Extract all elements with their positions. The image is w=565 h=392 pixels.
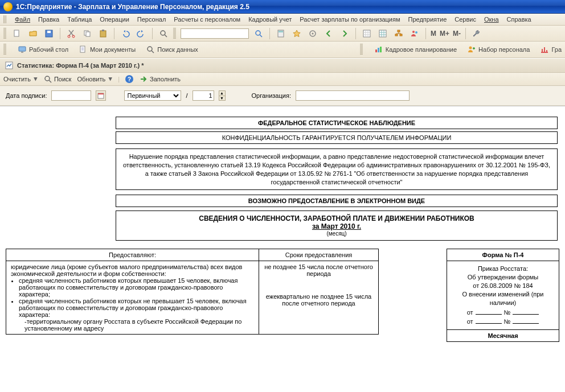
tool-button[interactable] — [306, 27, 319, 40]
provide-bullet-1: средняя численность работников которых п… — [19, 277, 254, 298]
nav-mydocs[interactable]: Мои документы — [79, 45, 136, 54]
menu-file[interactable]: Файл — [14, 15, 31, 24]
search-input[interactable] — [181, 28, 249, 39]
provide-intro: юридические лица (кроме субъектов малого… — [11, 263, 254, 277]
svg-point-20 — [412, 31, 415, 33]
nav-planning[interactable]: Кадровое планирование — [374, 45, 457, 54]
wrench-button[interactable] — [470, 27, 483, 40]
kind-select[interactable]: Первичный — [124, 90, 181, 101]
svg-rect-0 — [14, 30, 19, 36]
due-line-1: не позднее 15 числа после отчетного пери… — [264, 263, 374, 277]
grid1-button[interactable] — [361, 27, 373, 40]
paste-button[interactable] — [97, 27, 109, 40]
date-input[interactable] — [51, 90, 91, 101]
svg-point-31 — [45, 76, 50, 81]
zoom-mplus-button[interactable]: M+ — [440, 30, 449, 38]
no-label: № — [504, 317, 511, 326]
blank-line — [476, 308, 502, 315]
no-label: № — [504, 308, 511, 317]
from-label: от — [467, 308, 473, 317]
nav-search[interactable]: Поиск данных — [146, 45, 198, 54]
search-button[interactable]: Поиск — [43, 75, 71, 84]
approval-label: Об утверждении формы — [451, 273, 555, 282]
svg-rect-23 — [21, 52, 23, 53]
back-button[interactable] — [322, 27, 335, 40]
calendar-button[interactable] — [96, 90, 106, 101]
svg-rect-18 — [395, 34, 398, 36]
nav-label: Поиск данных — [157, 46, 198, 53]
cut-button[interactable] — [65, 27, 77, 40]
person-plus-icon — [467, 45, 476, 54]
menu-table[interactable]: Таблица — [66, 15, 93, 24]
clear-button[interactable]: Очистить — [3, 76, 38, 82]
main-toolbar: M M+ M- — [0, 26, 565, 42]
chevron-down-icon — [108, 77, 112, 81]
nav-chart[interactable]: Гра — [540, 45, 562, 54]
due-cell: не позднее 15 числа после отчетного пери… — [259, 261, 379, 335]
help-button[interactable]: ? — [125, 75, 133, 83]
calc-button[interactable] — [275, 27, 287, 40]
document-actionbar: Очистить Поиск Обновить | ? Заполнить — [0, 73, 565, 86]
refresh-button[interactable]: Обновить — [77, 76, 112, 82]
people-button[interactable] — [408, 27, 421, 40]
svg-rect-6 — [86, 32, 90, 36]
zoom-mminus-button[interactable]: M- — [453, 30, 461, 38]
menu-help[interactable]: Справка — [506, 15, 533, 24]
chevron-down-icon — [34, 77, 38, 81]
find-button[interactable] — [157, 27, 170, 40]
org-label: Организация: — [252, 92, 291, 99]
th-due: Сроки предоставления — [259, 249, 379, 261]
doc-period: за Март 2010 г. — [122, 222, 551, 230]
number-input[interactable] — [193, 90, 214, 101]
menu-personnel[interactable]: Персонал — [136, 15, 167, 24]
svg-rect-16 — [379, 30, 386, 37]
grid2-button[interactable] — [376, 27, 389, 40]
spin-up-icon[interactable]: ▲ — [219, 91, 225, 96]
document-body: ФЕДЕРАЛЬНОЕ СТАТИСТИЧЕСКОЕ НАБЛЮДЕНИЕ КО… — [0, 106, 565, 392]
menu-payroll[interactable]: Расчет зарплаты по организациям — [298, 15, 401, 24]
zoom-m-button[interactable]: M — [431, 30, 436, 38]
menu-hr[interactable]: Кадровый учет — [247, 15, 293, 24]
doc-box-electronic: ВОЗМОЖНО ПРЕДОСТАВЛЕНИЕ В ЭЛЕКТРОННОМ ВИ… — [116, 195, 558, 207]
menu-calc[interactable]: Расчеты с персоналом — [173, 15, 241, 24]
fill-button[interactable]: Заполнить — [139, 75, 181, 84]
open-button[interactable] — [27, 27, 39, 40]
save-button[interactable] — [43, 27, 55, 40]
copy-button[interactable] — [81, 27, 93, 40]
redo-button[interactable] — [135, 27, 148, 40]
doc-box-confidential: КОНФИДЕНЦИАЛЬНОСТЬ ГАРАНТИРУЕТСЯ ПОЛУЧАТ… — [116, 131, 558, 144]
bar-chart-icon — [540, 45, 549, 54]
favorites-button[interactable] — [290, 27, 303, 40]
spin-down-icon[interactable]: ▼ — [219, 96, 225, 101]
changes-label: О внесении изменений (при наличии) — [451, 290, 555, 307]
separator — [60, 28, 60, 39]
search-icon — [146, 45, 155, 54]
nav-label: Рабочий стол — [29, 46, 68, 53]
provide-cell: юридические лица (кроме субъектов малого… — [6, 261, 259, 335]
number-spinner[interactable]: ▲▼ — [219, 90, 226, 101]
new-button[interactable] — [11, 27, 23, 40]
nav-label: Гра — [551, 46, 562, 53]
nav-recruitment[interactable]: Набор персонала — [467, 45, 530, 54]
provide-sub: -территориальному органу Росстата в субъ… — [11, 318, 254, 332]
menu-windows[interactable]: Окна — [483, 15, 500, 24]
svg-point-25 — [148, 47, 152, 51]
menu-operations[interactable]: Операции — [99, 15, 130, 24]
org-button[interactable] — [392, 27, 405, 40]
approval-date: от 26.08.2009 № 184 — [451, 282, 555, 290]
forward-button[interactable] — [338, 27, 351, 40]
menu-service[interactable]: Сервис — [453, 15, 477, 24]
stats-document-icon — [5, 61, 14, 70]
main-menubar: Файл Правка Таблица Операции Персонал Ра… — [0, 14, 565, 26]
organization-input[interactable] — [296, 90, 410, 101]
separator — [269, 28, 270, 39]
doc-period-sub: (месяц) — [122, 230, 551, 237]
separator — [152, 28, 153, 39]
change-row-2: от № — [451, 317, 555, 326]
menu-edit[interactable]: Правка — [37, 15, 60, 24]
undo-button[interactable] — [119, 27, 132, 40]
nav-desktop[interactable]: Рабочий стол — [18, 45, 68, 54]
menu-enterprise[interactable]: Предприятие — [407, 15, 448, 24]
svg-point-10 — [256, 31, 260, 35]
search-go-button[interactable] — [252, 27, 265, 40]
